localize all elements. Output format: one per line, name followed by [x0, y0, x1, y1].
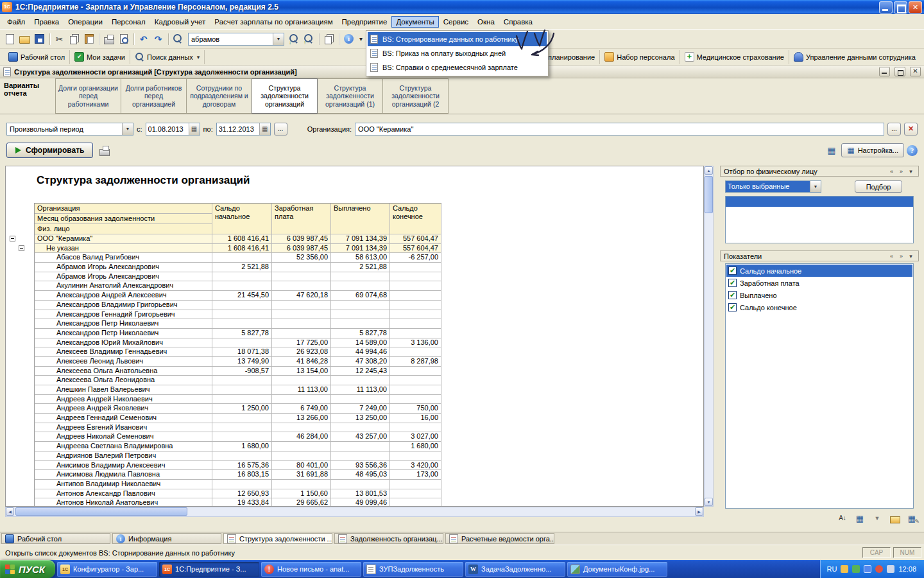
checkbox-checked-icon[interactable] — [728, 291, 737, 299]
volume-icon[interactable] — [887, 565, 894, 573]
table-row[interactable]: Антонов Александр Павлович 12 650,93 1 1… — [6, 489, 703, 499]
menu-item[interactable]: Окна — [473, 16, 499, 28]
mdi-restore-button[interactable] — [894, 67, 905, 76]
table-row[interactable]: Антипов Владимир Николаевич — [6, 480, 703, 489]
window-tab[interactable]: Рабочий стол — [1, 533, 110, 544]
date-to-input[interactable] — [217, 123, 259, 135]
table-row[interactable]: Александров Владимир Григорьевич — [6, 301, 703, 310]
report-variant-tab[interactable]: Долги работников перед организацией — [121, 78, 187, 114]
toolbar-icon-button[interactable] — [336, 32, 341, 46]
toolbar-icon-button[interactable] — [17, 32, 32, 46]
quickbar-button[interactable]: Управление данными сотрудника — [789, 50, 920, 64]
taskbar-item[interactable]: Конфигуратор - Зар... — [57, 562, 157, 577]
quickbar-button[interactable]: Мои задачи — [70, 50, 130, 64]
mdi-minimize-button[interactable] — [879, 67, 890, 76]
selected-list-item[interactable] — [726, 197, 913, 207]
table-row[interactable]: Александров Андрей Алексеевич 21 454,50 … — [6, 291, 703, 301]
report-variant-tab[interactable]: Структура задолженности организаций — [252, 78, 318, 114]
collapse-right-icon[interactable] — [897, 168, 905, 175]
table-row[interactable]: Антонов Николай Анатольевич 19 433,84 29… — [6, 498, 703, 507]
calendar-icon[interactable] — [259, 123, 270, 135]
menu-item[interactable]: Документы — [391, 16, 438, 28]
scroll-thumb[interactable] — [15, 507, 187, 516]
toolbar-icon-button[interactable]: ✂ — [52, 32, 67, 46]
menu-item[interactable]: Справка — [499, 16, 537, 28]
organization-input[interactable] — [355, 123, 884, 135]
date-from-input[interactable] — [146, 123, 189, 135]
selected-persons-list[interactable] — [725, 196, 914, 243]
menu-item[interactable]: Правка — [30, 16, 64, 28]
indicator-row[interactable]: Выплачено — [726, 289, 912, 301]
table-row[interactable]: Абрамов Игорь Александрович — [6, 272, 703, 282]
chevron-down-icon[interactable] — [810, 181, 821, 192]
table-row[interactable]: Андреев Андрей Яковлевич 1 250,00 6 749,… — [6, 404, 703, 414]
window-tab[interactable]: Расчетные ведомости орга... — [445, 533, 554, 544]
table-row[interactable]: Андреева Светлана Владимировна 1 680,00 … — [6, 442, 703, 451]
chevron-down-icon[interactable] — [907, 168, 915, 175]
toolbar-icon-button[interactable] — [47, 32, 52, 46]
minimize-button[interactable] — [879, 1, 893, 13]
period-preset-combo[interactable]: Произвольный период — [6, 123, 133, 136]
taskbar-item[interactable]: ЗадачаЗадолженно... — [465, 562, 565, 577]
taskbar-item[interactable]: Новое письмо - anat... — [261, 562, 361, 577]
generate-button[interactable]: Сформировать — [6, 143, 93, 158]
toolbar-icon-button[interactable] — [101, 32, 116, 46]
language-indicator[interactable]: RU — [827, 565, 837, 573]
menu-item[interactable]: Предприятие — [338, 16, 392, 28]
checkbox-checked-icon[interactable] — [728, 303, 737, 311]
mdi-close-button[interactable] — [910, 67, 921, 76]
table-icon[interactable] — [854, 514, 866, 524]
table-view-button[interactable] — [824, 143, 839, 157]
toolbar-icon-button[interactable]: ↓ — [287, 32, 302, 46]
toolbar-icon-button[interactable] — [171, 32, 185, 46]
toolbar-icon-button[interactable] — [316, 32, 321, 46]
dropdown-menu-item[interactable]: BS: Справки о среднемесячной зарплате — [368, 60, 547, 74]
clock[interactable]: 12:08 — [898, 565, 916, 573]
maximize-button[interactable] — [894, 1, 907, 13]
window-tab[interactable]: Задолженность организац... — [334, 533, 443, 544]
table-row[interactable]: Александров Петр Николаевич 5 827,78 5 8… — [6, 329, 703, 338]
toolbar-icon-button[interactable] — [321, 32, 336, 46]
filter-mode-combo[interactable]: Только выбранные — [725, 180, 821, 193]
tray-icon[interactable] — [875, 565, 883, 573]
quickbar-button[interactable]: Набор персонала — [599, 50, 679, 64]
quickbar-button[interactable]: Поиск данных — [130, 50, 205, 64]
scroll-up-icon[interactable] — [705, 166, 713, 175]
print-report-button[interactable] — [97, 143, 112, 157]
collapse-right-icon[interactable] — [897, 253, 905, 259]
report-variant-tab[interactable]: Долги организации перед работниками — [55, 78, 121, 114]
menu-item[interactable]: Файл — [3, 16, 30, 28]
scroll-right-icon[interactable] — [695, 507, 703, 516]
tray-icon[interactable] — [852, 565, 860, 573]
toolbar-icon-button[interactable] — [356, 32, 366, 46]
table-row[interactable]: Алексеева Ольга Анатольевна -908,57 13 1… — [6, 367, 703, 376]
chevron-down-icon[interactable] — [122, 123, 133, 135]
edit-table-icon[interactable] — [906, 514, 918, 524]
table-row[interactable]: Андреев Геннадий Семенович 13 266,00 13 … — [6, 414, 703, 423]
toolbar-icon-button[interactable]: ↑ — [302, 32, 316, 46]
dropdown-menu-item[interactable]: BS: Сторнирование данных по работнику — [368, 32, 547, 46]
toolbar-icon-button[interactable]: ↶ — [136, 32, 151, 46]
toolbar-icon-button[interactable] — [131, 32, 136, 46]
chevron-down-icon[interactable] — [907, 253, 915, 259]
table-row[interactable]: Александров Петр Николаевич — [6, 319, 703, 329]
table-row[interactable]: Абрамов Игорь Александрович 2 521,88 2 5… — [6, 263, 703, 272]
toolbar-icon-button[interactable] — [116, 32, 131, 46]
toolbar-icon-button[interactable] — [81, 32, 96, 46]
taskbar-item[interactable]: ЗУПЗадолженность — [363, 562, 463, 577]
toolbar-icon-button[interactable]: ↷ — [151, 32, 166, 46]
table-row[interactable]: Андреев Николай Семенович 46 284,00 43 2… — [6, 432, 703, 442]
table-row[interactable]: Абасов Валид Рагибович 52 356,00 58 613,… — [6, 253, 703, 263]
search-input[interactable] — [189, 33, 273, 45]
organization-field[interactable] — [355, 123, 884, 136]
table-row[interactable]: Андреев Евгений Иванович — [6, 423, 703, 433]
vertical-scrollbar[interactable] — [704, 166, 714, 507]
toolbar-icon-button[interactable] — [67, 32, 81, 46]
tray-icon[interactable] — [841, 565, 848, 573]
collapse-icon[interactable] — [10, 236, 15, 241]
table-row[interactable]: Алексеева Ольга Леонидовна — [6, 376, 703, 385]
search-combo[interactable] — [188, 33, 284, 46]
collapse-left-icon[interactable] — [887, 168, 896, 175]
organization-pick-button[interactable]: ... — [887, 123, 901, 136]
quickbar-button[interactable]: Рабочий стол — [4, 50, 70, 64]
